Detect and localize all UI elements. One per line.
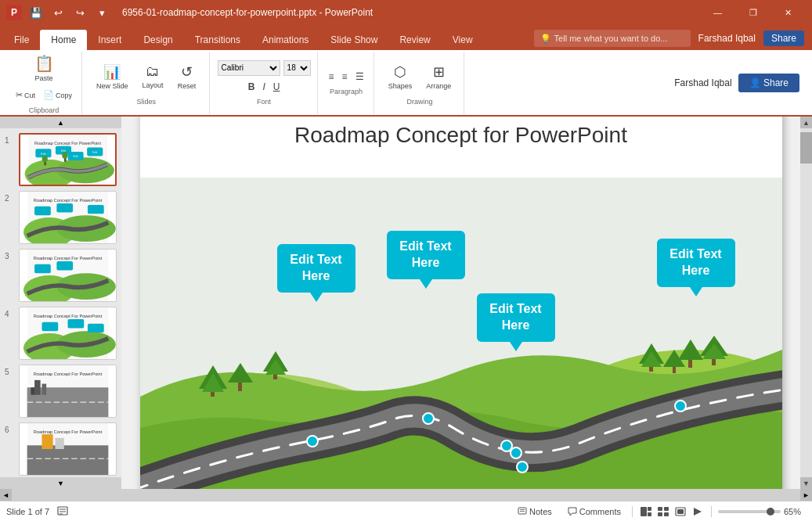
slide-notes-icon[interactable] <box>56 505 70 519</box>
scroll-up-button[interactable]: ▲ <box>800 117 812 128</box>
svg-text:Edit: Edit <box>92 151 97 154</box>
slide-num-5: 5 <box>5 365 16 376</box>
shapes-button[interactable]: ⬡ Shapes <box>382 60 419 93</box>
align-left-button[interactable]: ≡ <box>326 70 337 83</box>
new-slide-icon: 📊 <box>103 63 121 81</box>
save-button[interactable]: 💾 <box>27 3 45 22</box>
slide-preview-2[interactable]: Roadmap Concept For PowerPoint <box>19 191 117 244</box>
powerpoint-icon: P <box>6 5 22 20</box>
tab-slideshow[interactable]: Slide Show <box>319 30 388 50</box>
svg-text:Roadmap Concept For PowerPoint: Roadmap Concept For PowerPoint <box>34 198 103 203</box>
tab-review[interactable]: Review <box>388 30 441 50</box>
svg-rect-90 <box>648 512 651 516</box>
svg-point-78 <box>511 447 521 458</box>
svg-rect-96 <box>677 509 684 514</box>
tab-view[interactable]: View <box>442 30 484 50</box>
ribbon-share-button[interactable]: 👤 Share <box>738 74 799 92</box>
callout-1[interactable]: Edit Text Here <box>277 244 355 293</box>
slide-panel: ▲ 1 Roadmap Concept For PowerPoint <box>0 117 121 489</box>
svg-point-75 <box>307 436 318 447</box>
copy-button[interactable]: 📄 Copy <box>40 88 75 102</box>
comments-button[interactable]: Comments <box>563 505 626 518</box>
slideshow-view-button[interactable] <box>691 505 705 519</box>
svg-rect-88 <box>641 507 647 516</box>
italic-button[interactable]: I <box>259 81 268 93</box>
undo-button[interactable]: ↩ <box>49 3 67 22</box>
new-slide-button[interactable]: 📊 New Slide <box>90 60 135 93</box>
tab-file[interactable]: File <box>3 30 40 50</box>
slide-preview-6[interactable]: Roadmap Concept For PowerPoint <box>19 422 117 476</box>
svg-rect-22 <box>88 205 104 214</box>
slide-thumb-6[interactable]: 6 Roadmap Concept For PowerPoint <box>5 422 117 476</box>
redo-button[interactable]: ↪ <box>70 3 89 22</box>
panel-scroll-up[interactable]: ▲ <box>0 117 121 128</box>
scroll-track[interactable] <box>800 128 812 477</box>
slide-preview-5[interactable]: Roadmap Concept For PowerPoint <box>19 365 117 418</box>
tab-transitions[interactable]: Transitions <box>184 30 251 50</box>
svg-text:Roadmap Concept For PowerPoint: Roadmap Concept For PowerPoint <box>34 372 103 376</box>
panel-scroll-down[interactable]: ▼ <box>0 477 121 489</box>
slide-num-2: 2 <box>5 191 16 203</box>
font-size-select[interactable]: 18 <box>283 60 311 76</box>
comments-label: Comments <box>579 507 621 516</box>
share-button[interactable]: Share <box>763 31 804 46</box>
font-family-select[interactable]: Calibri <box>218 60 280 76</box>
svg-text:Edit: Edit <box>41 153 45 156</box>
callout-3[interactable]: Edit Text Here <box>477 293 555 342</box>
reading-view-button[interactable] <box>673 505 687 519</box>
svg-rect-42 <box>31 387 34 394</box>
tell-me-search[interactable]: 💡 Tell me what you want to do... <box>534 30 691 47</box>
zoom-thumb[interactable] <box>767 508 774 516</box>
notes-button[interactable]: Notes <box>513 505 557 518</box>
bullets-button[interactable]: ☰ <box>352 70 367 83</box>
callout-4[interactable]: Edit Text Here <box>657 239 735 287</box>
restore-button[interactable]: ❐ <box>735 0 770 25</box>
scroll-left-button[interactable]: ◄ <box>0 489 12 501</box>
slide-thumb-3[interactable]: 3 Roadmap Concept For PowerPoint <box>5 249 117 302</box>
vertical-scrollbar[interactable]: ▲ ▼ <box>800 117 812 489</box>
copy-icon: 📄 <box>43 90 54 100</box>
underline-button[interactable]: U <box>270 81 283 93</box>
shapes-icon: ⬡ <box>394 63 406 81</box>
callout-2[interactable]: Edit Text Here <box>387 231 465 279</box>
status-divider-2 <box>711 506 712 517</box>
horizontal-scrollbar[interactable]: ◄ ► <box>0 489 812 501</box>
bold-button[interactable]: B <box>245 81 258 93</box>
scroll-thumb[interactable] <box>800 132 812 163</box>
reset-button[interactable]: ↺ Reset <box>171 60 203 93</box>
tab-animations[interactable]: Animations <box>251 30 319 50</box>
title-bar: P 💾 ↩ ↪ ▾ 6956-01-roadmap-concept-for-po… <box>0 0 812 25</box>
slide-preview-1[interactable]: Roadmap Concept For PowerPoint Edit E <box>19 133 117 186</box>
minimize-button[interactable]: — <box>700 0 735 25</box>
user-name: Farshad Iqbal <box>698 33 756 44</box>
slide-canvas[interactable]: Roadmap Concept for PowerPoint <box>140 117 782 489</box>
customize-qat-button[interactable]: ▾ <box>92 3 111 22</box>
slide-thumb-5[interactable]: 5 Roadmap Concept For PowerPoint <box>5 365 117 418</box>
ribbon-user-area: Farshad Iqbal 👤 Share <box>674 74 799 92</box>
tell-me-text: Tell me what you want to do... <box>554 34 668 43</box>
cut-button[interactable]: ✂ Cut <box>13 88 38 102</box>
svg-rect-35 <box>88 324 104 332</box>
paste-button[interactable]: 📋 Paste <box>28 51 60 85</box>
align-center-button[interactable]: ≡ <box>339 70 351 83</box>
slide-preview-4[interactable]: Roadmap Concept For PowerPoint <box>19 307 117 360</box>
scroll-down-button[interactable]: ▼ <box>800 477 812 489</box>
tab-design[interactable]: Design <box>132 30 183 50</box>
status-bar: Slide 1 of 7 Notes Comments <box>0 501 812 521</box>
normal-view-button[interactable] <box>639 505 653 519</box>
app-area: ▲ 1 Roadmap Concept For PowerPoint <box>0 117 812 489</box>
layout-button[interactable]: 🗂 Layout <box>136 60 170 93</box>
cut-icon: ✂ <box>16 90 23 100</box>
zoom-slider[interactable] <box>718 510 781 513</box>
arrange-button[interactable]: ⊞ Arrange <box>420 60 457 93</box>
close-button[interactable]: ✕ <box>770 0 806 25</box>
slide-sorter-button[interactable] <box>656 505 670 519</box>
scroll-right-button[interactable]: ► <box>800 489 812 501</box>
ribbon-content: 📋 Paste ✂ Cut 📄 Copy Clipboard 📊 New Sli… <box>0 50 812 117</box>
slide-thumb-4[interactable]: 4 Roadmap Concept For PowerPoint <box>5 307 117 360</box>
slide-thumb-2[interactable]: 2 Roadmap Concept For PowerPoint <box>5 191 117 244</box>
slide-preview-3[interactable]: Roadmap Concept For PowerPoint <box>19 249 117 302</box>
tab-home[interactable]: Home <box>40 30 87 50</box>
slide-thumb-1[interactable]: 1 Roadmap Concept For PowerPoint <box>5 133 117 186</box>
tab-insert[interactable]: Insert <box>87 30 132 50</box>
